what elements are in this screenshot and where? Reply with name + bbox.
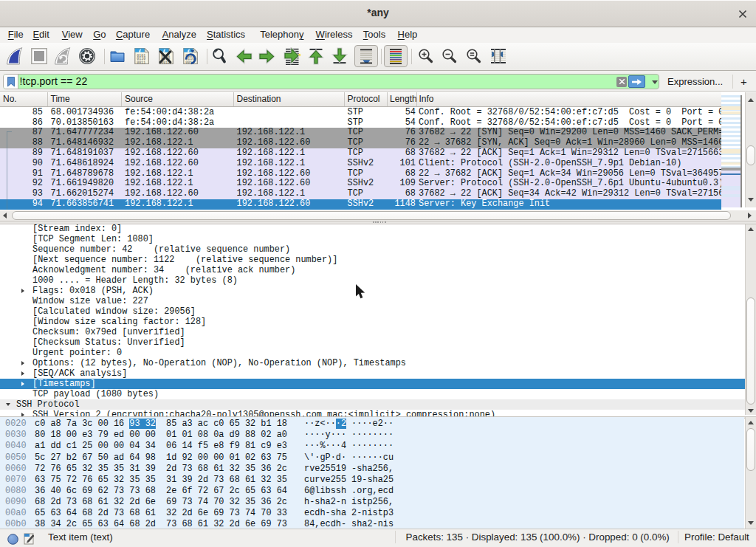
svg-text:0011: 0011 bbox=[137, 61, 145, 65]
